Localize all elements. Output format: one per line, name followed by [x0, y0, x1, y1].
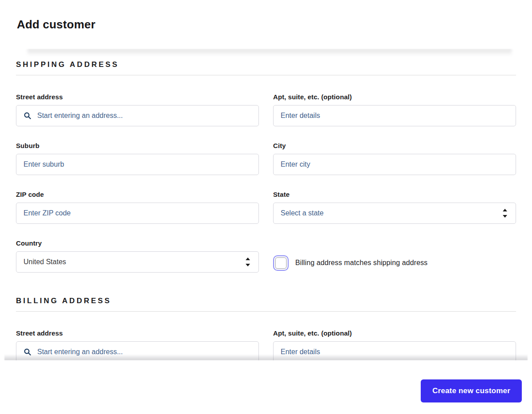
shipping-suburb-input[interactable] [23, 160, 251, 168]
field-shipping-suburb: Suburb [16, 142, 259, 175]
footer-bar: Create new customer [0, 360, 532, 414]
search-icon [23, 112, 31, 120]
arrow-up-icon [246, 258, 250, 260]
shipping-zip-field [16, 203, 259, 224]
shipping-state-select[interactable]: Select a state [273, 203, 516, 224]
shipping-country-select[interactable]: United States [16, 251, 259, 273]
field-label: Apt, suite, etc. (optional) [273, 329, 516, 337]
arrow-down-icon [246, 264, 250, 266]
shipping-city-field [273, 154, 516, 175]
billing-apt-field [273, 341, 516, 360]
create-new-customer-button[interactable]: Create new customer [421, 379, 522, 402]
field-shipping-apt: Apt, suite, etc. (optional) [273, 93, 516, 126]
shipping-form-grid: Street address Apt, suite, etc. (optiona… [16, 93, 516, 273]
field-label: Street address [16, 329, 259, 337]
billing-street-field [16, 341, 259, 360]
field-shipping-state: State Select a state [273, 191, 516, 224]
field-label: City [273, 142, 516, 149]
field-label: ZIP code [16, 191, 259, 198]
shipping-section-header: SHIPPING ADDRESS [16, 60, 516, 75]
shipping-street-field [16, 105, 259, 126]
select-value: Select a state [281, 209, 324, 217]
shipping-suburb-field [16, 154, 259, 175]
field-billing-matches-shipping: Billing address matches shipping address [273, 239, 516, 273]
shipping-apt-field [273, 105, 516, 126]
shipping-city-input[interactable] [281, 160, 509, 168]
form-scroll-area[interactable]: SHIPPING ADDRESS Street address [0, 49, 532, 360]
field-shipping-country: Country United States [16, 239, 259, 273]
field-label: Country [16, 239, 259, 247]
arrow-up-icon [503, 209, 507, 211]
billing-apt-input[interactable] [281, 348, 509, 356]
field-billing-street: Street address [16, 329, 259, 360]
arrow-down-icon [503, 215, 507, 218]
field-label: Apt, suite, etc. (optional) [273, 93, 516, 101]
checkbox-label[interactable]: Billing address matches shipping address [295, 259, 427, 267]
checkbox-focus-ring [273, 255, 289, 271]
billing-street-input[interactable] [37, 348, 251, 356]
shipping-zip-input[interactable] [23, 209, 251, 217]
add-customer-page: Add customer SHIPPING ADDRESS Street add… [0, 0, 532, 414]
billing-section-header: BILLING ADDRESS [16, 297, 516, 312]
select-arrows-icon [246, 258, 250, 266]
field-billing-apt: Apt, suite, etc. (optional) [273, 329, 516, 360]
shipping-street-input[interactable] [37, 112, 251, 120]
field-label: State [273, 191, 516, 198]
checkbox-icon [275, 257, 287, 269]
field-label: Suburb [16, 142, 259, 149]
select-value: United States [23, 258, 66, 266]
field-shipping-zip: ZIP code [16, 191, 259, 224]
page-title: Add customer [17, 18, 95, 31]
select-arrows-icon [503, 209, 507, 218]
top-scroll-shadow [27, 49, 512, 56]
shipping-apt-input[interactable] [281, 112, 509, 120]
field-shipping-street: Street address [16, 93, 259, 126]
field-shipping-city: City [273, 142, 516, 175]
search-icon [23, 348, 31, 356]
billing-matches-shipping-checkbox[interactable]: Billing address matches shipping address [273, 252, 516, 273]
billing-form-grid: Street address Apt, suite, etc. (optiona… [16, 329, 516, 360]
field-label: Street address [16, 93, 259, 101]
